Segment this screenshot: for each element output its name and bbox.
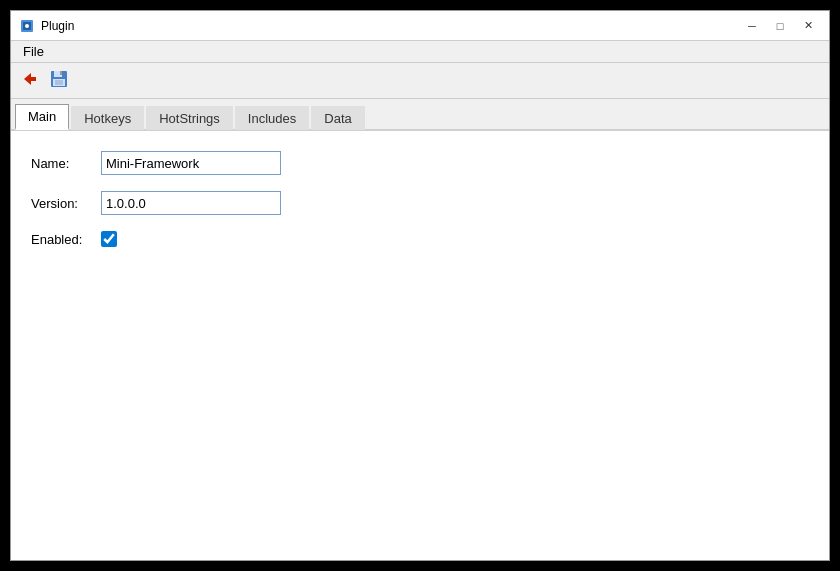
svg-rect-9: [55, 80, 63, 85]
enabled-label: Enabled:: [31, 232, 101, 247]
name-row: Name:: [31, 151, 809, 175]
svg-rect-7: [60, 71, 62, 75]
version-label: Version:: [31, 196, 101, 211]
name-label: Name:: [31, 156, 101, 171]
name-input[interactable]: [101, 151, 281, 175]
tab-hotkeys[interactable]: Hotkeys: [71, 106, 144, 130]
main-window: Plugin ─ □ ✕ File: [10, 10, 830, 561]
close-button[interactable]: ✕: [795, 16, 821, 36]
title-bar-controls: ─ □ ✕: [739, 16, 821, 36]
tab-data[interactable]: Data: [311, 106, 364, 130]
save-icon: [49, 69, 69, 93]
window-icon: [19, 18, 35, 34]
enabled-row: Enabled:: [31, 231, 809, 247]
minimize-button[interactable]: ─: [739, 16, 765, 36]
enabled-checkbox[interactable]: [101, 231, 117, 247]
maximize-button[interactable]: □: [767, 16, 793, 36]
tab-hotstrings[interactable]: HotStrings: [146, 106, 233, 130]
version-input[interactable]: [101, 191, 281, 215]
version-row: Version:: [31, 191, 809, 215]
open-icon: [19, 69, 39, 93]
open-button[interactable]: [15, 67, 43, 95]
menu-bar: File: [11, 41, 829, 63]
svg-rect-4: [31, 77, 36, 81]
menu-file[interactable]: File: [15, 42, 52, 61]
content-area: Name: Version: Enabled:: [11, 131, 829, 560]
toolbar: [11, 63, 829, 99]
svg-point-2: [25, 24, 29, 28]
title-bar-left: Plugin: [19, 18, 74, 34]
window-title: Plugin: [41, 19, 74, 33]
svg-marker-3: [24, 73, 31, 85]
save-button[interactable]: [45, 67, 73, 95]
tab-bar: Main Hotkeys HotStrings Includes Data: [11, 99, 829, 131]
tab-includes[interactable]: Includes: [235, 106, 309, 130]
title-bar: Plugin ─ □ ✕: [11, 11, 829, 41]
tab-main[interactable]: Main: [15, 104, 69, 130]
